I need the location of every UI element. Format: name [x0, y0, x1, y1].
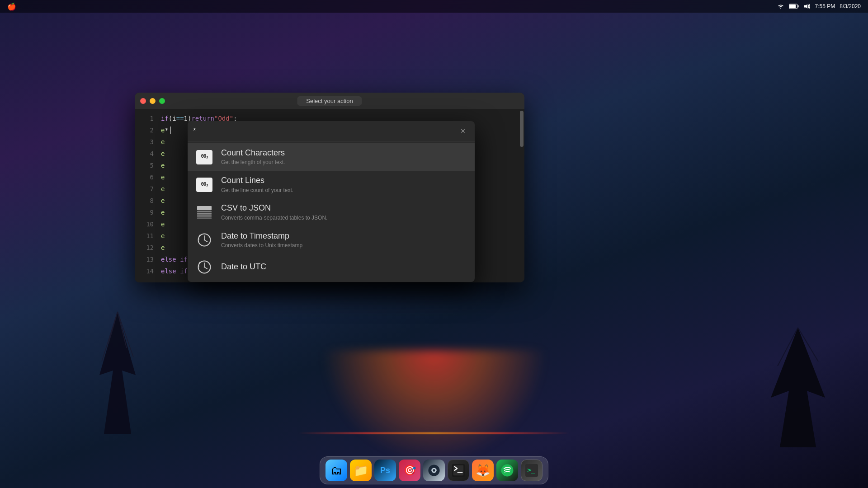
dock-item-spotify[interactable] — [496, 460, 518, 481]
steam-icon — [428, 464, 440, 477]
scrollbar[interactable] — [519, 109, 524, 282]
menubar-date: 8/3/2020 — [840, 3, 861, 9]
svg-rect-9 — [197, 206, 212, 210]
count-characters-text: Count Characters Get the length of your … — [221, 148, 467, 166]
svg-rect-11 — [197, 213, 212, 215]
date-to-timestamp-text: Date to Timestamp Converts dates to Unix… — [221, 231, 467, 249]
apple-menu[interactable]: 🍎 — [7, 2, 16, 11]
neon-glow — [321, 350, 547, 463]
date-to-utc-title: Date to UTC — [221, 262, 467, 272]
palette-item-count-lines[interactable]: 007 Count Lines Get the line count of yo… — [188, 171, 475, 198]
date-to-timestamp-desc: Converts dates to Unix timestamp — [221, 242, 467, 249]
palette-item-csv-to-json[interactable]: CSV to JSON Converts comma-separated tab… — [188, 198, 475, 226]
palette-item-count-characters[interactable]: 007 Count Characters Get the length of y… — [188, 143, 475, 171]
svg-rect-7 — [797, 5, 798, 8]
spotify-icon — [501, 464, 514, 477]
dock-item-files[interactable]: 📁 — [350, 460, 372, 481]
dock-item-terminal-dark[interactable] — [448, 460, 469, 481]
command-palette: × 007 Count Characters Get the length of… — [188, 121, 475, 282]
svg-point-24 — [433, 469, 435, 472]
count-characters-desc: Get the length of your text. — [221, 159, 467, 166]
svg-point-17 — [204, 239, 205, 241]
tree-left — [90, 307, 145, 443]
firefox-icon: 🦊 — [476, 464, 490, 478]
files-icon: 📁 — [354, 464, 368, 478]
count-lines-title: Count Lines — [221, 175, 467, 186]
svg-rect-12 — [197, 216, 212, 217]
dock-item-app-red[interactable]: 🎯 — [399, 460, 420, 481]
neon-line — [298, 432, 570, 434]
date-to-utc-icon — [195, 258, 214, 276]
window-title: Select your action — [297, 96, 362, 106]
finder-icon: 🗂 — [330, 464, 342, 478]
window-controls — [140, 98, 165, 104]
minimize-button[interactable] — [150, 98, 156, 104]
photoshop-icon: Ps — [380, 466, 390, 475]
window-titlebar: Select your action — [135, 93, 524, 109]
scrollbar-thumb[interactable] — [520, 111, 524, 147]
battery-icon — [789, 4, 799, 9]
count-characters-icon: 007 — [195, 149, 214, 166]
date-to-timestamp-icon — [195, 231, 214, 249]
count-characters-title: Count Characters — [221, 148, 467, 158]
count-lines-text: Count Lines Get the line count of your t… — [221, 175, 467, 194]
date-to-utc-text: Date to UTC — [221, 262, 467, 272]
svg-rect-8 — [789, 5, 796, 8]
close-button[interactable] — [140, 98, 146, 104]
svg-point-21 — [204, 266, 205, 267]
svg-rect-13 — [197, 217, 212, 219]
menubar-right: 7:55 PM 8/3/2020 — [777, 3, 861, 9]
csv-to-json-desc: Converts comma-separated tables to JSON. — [221, 214, 467, 222]
line-numbers: 1 2 3 4 5 6 7 8 9 10 11 12 13 14 — [135, 109, 157, 282]
wifi-icon — [777, 4, 784, 9]
palette-close-button[interactable]: × — [457, 125, 469, 137]
dock: 🗂 📁 Ps 🎯 🦊 — [320, 456, 548, 484]
count-lines-icon: 007 — [195, 176, 214, 193]
svg-text:>_: >_ — [527, 466, 535, 474]
dock-item-finder[interactable]: 🗂 — [326, 460, 347, 481]
dock-item-firefox[interactable]: 🦊 — [472, 460, 494, 481]
terminal2-icon: >_ — [525, 464, 538, 477]
csv-to-json-icon — [195, 204, 214, 221]
palette-items-list: 007 Count Characters Get the length of y… — [188, 141, 475, 282]
csv-to-json-title: CSV to JSON — [221, 203, 467, 213]
dock-item-steam[interactable] — [423, 460, 445, 481]
volume-icon — [803, 3, 811, 9]
csv-to-json-text: CSV to JSON Converts comma-separated tab… — [221, 203, 467, 221]
terminal-dark-icon — [452, 464, 465, 477]
count-lines-desc: Get the line count of your text. — [221, 187, 467, 194]
svg-point-28 — [501, 465, 514, 477]
date-to-timestamp-title: Date to Timestamp — [221, 231, 467, 241]
svg-rect-10 — [197, 211, 212, 212]
dock-item-photoshop[interactable]: Ps — [374, 460, 396, 481]
palette-item-date-to-timestamp[interactable]: Date to Timestamp Converts dates to Unix… — [188, 226, 475, 254]
palette-search-row: × — [188, 121, 475, 141]
app-red-icon: 🎯 — [404, 465, 416, 476]
menubar-left: 🍎 — [7, 2, 16, 11]
palette-item-date-to-utc[interactable]: Date to UTC — [188, 254, 475, 280]
maximize-button[interactable] — [159, 98, 165, 104]
dock-item-terminal2[interactable]: >_ — [521, 460, 542, 481]
palette-search-input[interactable] — [193, 127, 453, 135]
menubar: 🍎 7:55 PM 8/3/2020 — [0, 0, 868, 13]
menubar-time: 7:55 PM — [815, 3, 835, 9]
tree-right — [764, 325, 832, 452]
